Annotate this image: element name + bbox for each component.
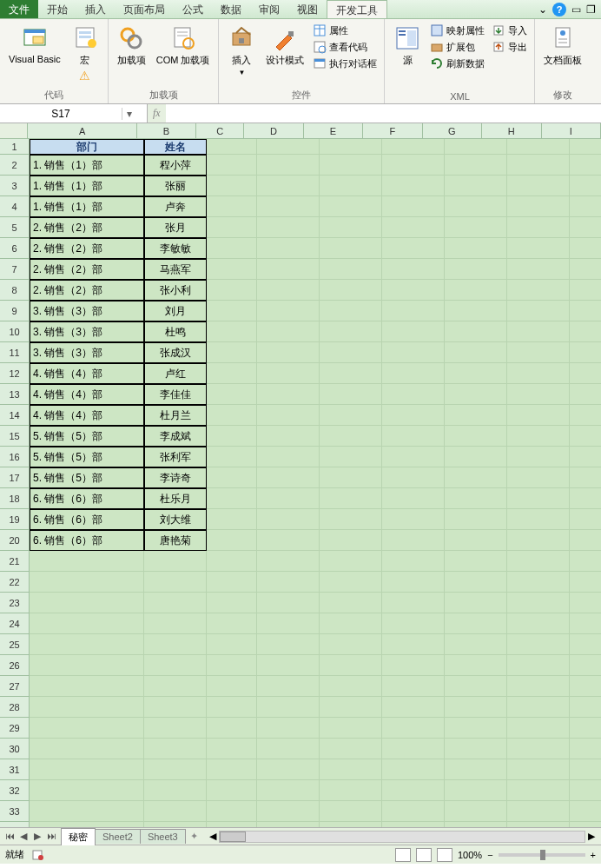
xml-source-button[interactable]: 源 [390, 23, 425, 69]
cell[interactable]: 李成斌 [144, 426, 207, 447]
cell[interactable] [257, 467, 320, 488]
row-header[interactable]: 25 [0, 634, 30, 655]
tab-7[interactable]: 开发工具 [327, 0, 387, 18]
cell[interactable] [445, 139, 507, 155]
row-header[interactable]: 7 [0, 259, 30, 280]
cell[interactable]: 4. 销售（4）部 [30, 405, 144, 426]
cell[interactable] [257, 780, 320, 801]
cell[interactable] [382, 572, 445, 593]
tab-3[interactable]: 公式 [174, 0, 212, 18]
cell[interactable] [320, 155, 382, 176]
view-normal-button[interactable] [395, 848, 411, 862]
cell[interactable] [257, 676, 320, 697]
row-header[interactable]: 6 [0, 238, 30, 259]
cell[interactable] [507, 447, 570, 467]
cell[interactable] [570, 363, 601, 384]
window-restore-icon[interactable]: ❐ [586, 3, 596, 16]
cell[interactable] [507, 321, 570, 342]
cell[interactable] [570, 139, 601, 155]
cell[interactable] [320, 634, 382, 655]
cell[interactable]: 张成汉 [144, 342, 207, 363]
cell[interactable]: 2. 销售（2）部 [30, 259, 144, 280]
cell[interactable] [207, 759, 257, 780]
cell[interactable] [257, 801, 320, 822]
cell[interactable] [207, 447, 257, 467]
tab-0[interactable]: 开始 [38, 0, 76, 18]
cell[interactable] [570, 155, 601, 176]
cell[interactable] [382, 384, 445, 405]
cell[interactable] [382, 634, 445, 655]
cell[interactable] [320, 655, 382, 676]
cell[interactable] [445, 405, 507, 426]
cell[interactable] [382, 593, 445, 613]
cell[interactable] [207, 176, 257, 196]
cell[interactable] [257, 509, 320, 530]
column-header-H[interactable]: H [482, 123, 541, 138]
cell[interactable] [320, 822, 382, 827]
sheet-nav-first-icon[interactable]: ⏮ [3, 831, 16, 842]
cell[interactable] [207, 488, 257, 509]
row-header[interactable]: 12 [0, 363, 30, 384]
row-header[interactable]: 20 [0, 530, 30, 551]
cell[interactable]: 1. 销售（1）部 [30, 176, 144, 196]
spreadsheet-grid[interactable]: 1234567891011121314151617181920212223242… [0, 139, 601, 827]
row-header[interactable]: 8 [0, 280, 30, 301]
cell[interactable] [445, 718, 507, 739]
cell[interactable]: 马燕军 [144, 259, 207, 280]
cell[interactable] [144, 676, 207, 697]
cell[interactable]: 唐艳菊 [144, 530, 207, 551]
cell[interactable] [570, 697, 601, 718]
cell[interactable] [570, 676, 601, 697]
cell[interactable]: 6. 销售（6）部 [30, 530, 144, 551]
tab-6[interactable]: 视图 [288, 0, 327, 18]
cell[interactable] [207, 405, 257, 426]
cell[interactable] [382, 676, 445, 697]
cell[interactable] [257, 634, 320, 655]
cell[interactable] [382, 739, 445, 759]
refresh-data-button[interactable]: 刷新数据 [428, 56, 486, 71]
cell[interactable] [507, 759, 570, 780]
cell[interactable] [507, 363, 570, 384]
cell[interactable] [257, 426, 320, 447]
cell[interactable] [320, 780, 382, 801]
cell[interactable] [320, 384, 382, 405]
row-header[interactable]: 15 [0, 426, 30, 447]
cell[interactable] [507, 739, 570, 759]
cell[interactable]: 6. 销售（6）部 [30, 509, 144, 530]
row-header[interactable]: 10 [0, 321, 30, 342]
row-header[interactable]: 33 [0, 801, 30, 822]
cell[interactable]: 5. 销售（5）部 [30, 467, 144, 488]
column-header-G[interactable]: G [423, 123, 482, 138]
cell[interactable] [382, 655, 445, 676]
cell[interactable] [570, 217, 601, 238]
cell[interactable]: 程小萍 [144, 155, 207, 176]
addins-button[interactable]: 加载项 [114, 23, 149, 69]
cell[interactable] [507, 718, 570, 739]
tab-file[interactable]: 文件 [0, 0, 38, 18]
cell[interactable]: 4. 销售（4）部 [30, 363, 144, 384]
cell[interactable] [507, 155, 570, 176]
cell[interactable] [445, 217, 507, 238]
name-box[interactable]: ▾ [0, 104, 148, 123]
cell[interactable] [445, 342, 507, 363]
macro-record-icon[interactable] [31, 849, 45, 861]
column-header-C[interactable]: C [196, 123, 244, 138]
cell[interactable] [570, 405, 601, 426]
cell[interactable] [320, 613, 382, 634]
row-header[interactable]: 29 [0, 718, 30, 739]
document-panel-button[interactable]: 文档面板 [540, 23, 585, 69]
cell[interactable] [257, 238, 320, 259]
cell[interactable] [30, 739, 144, 759]
cell[interactable] [144, 593, 207, 613]
cell[interactable] [257, 739, 320, 759]
cell[interactable] [30, 634, 144, 655]
cell[interactable]: 3. 销售（3）部 [30, 342, 144, 363]
row-header[interactable]: 21 [0, 551, 30, 572]
cell[interactable] [507, 384, 570, 405]
cell[interactable] [570, 634, 601, 655]
cell[interactable] [382, 301, 445, 321]
cell[interactable] [30, 697, 144, 718]
cell[interactable] [570, 822, 601, 827]
row-header[interactable]: 16 [0, 447, 30, 467]
row-header[interactable]: 22 [0, 572, 30, 593]
